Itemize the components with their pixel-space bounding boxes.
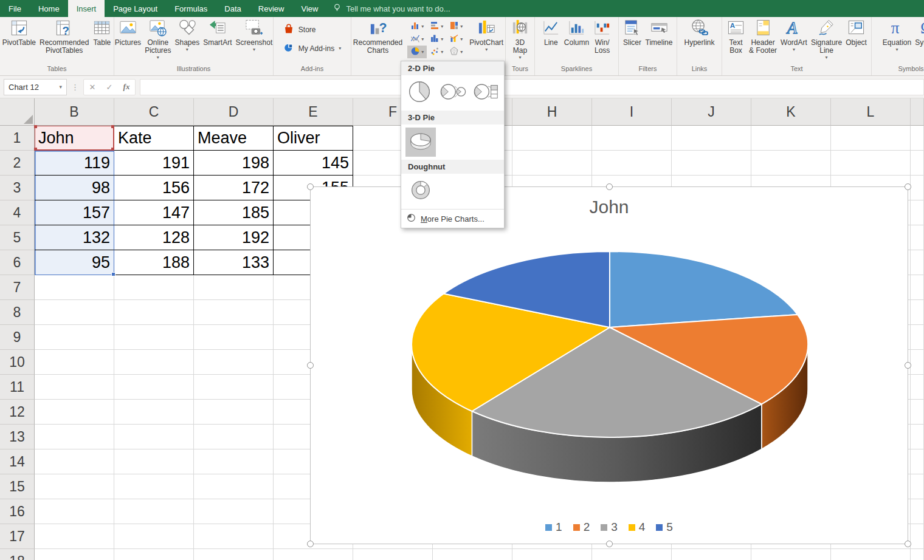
cell-C6[interactable]: 188 — [114, 250, 194, 275]
cell-H1[interactable] — [512, 126, 592, 151]
cell-L1[interactable] — [831, 126, 911, 151]
legend-item-2[interactable]: 2 — [573, 521, 590, 534]
cell-D13[interactable] — [194, 425, 274, 449]
doughnut-option[interactable] — [405, 177, 436, 206]
cell-B2[interactable]: 119 — [35, 151, 114, 176]
bar-chart-button[interactable]: ▾ — [427, 20, 446, 33]
cell-B17[interactable] — [35, 524, 114, 549]
selection-corner-handle[interactable] — [111, 125, 114, 128]
ribbon-button-table[interactable]: Table — [91, 18, 113, 65]
ribbon-button-online-pictures[interactable]: Online Pictures▾ — [143, 18, 173, 65]
ribbon-button-recommended-pivottables[interactable]: ?Recommended PivotTables — [38, 18, 91, 65]
cell-B5[interactable]: 132 — [35, 225, 114, 250]
tab-file[interactable]: File — [0, 0, 30, 17]
row-header-13[interactable]: 13 — [0, 425, 35, 449]
fill-handle[interactable] — [111, 272, 116, 276]
cell-J18[interactable] — [672, 549, 751, 560]
column-header-K[interactable]: K — [751, 98, 831, 126]
pie-chart-button[interactable]: ▾ — [407, 46, 427, 58]
row-header-16[interactable]: 16 — [0, 499, 35, 524]
ribbon-button-text-box[interactable]: AText Box — [725, 18, 747, 65]
chart-handle-e[interactable] — [905, 362, 911, 369]
cell-J2[interactable] — [672, 151, 751, 176]
row-header-3[interactable]: 3 — [0, 176, 35, 200]
row-header-10[interactable]: 10 — [0, 350, 35, 375]
cell-M17[interactable] — [911, 524, 924, 549]
cell-M12[interactable] — [911, 400, 924, 425]
tab-review[interactable]: Review — [250, 0, 293, 17]
bar-of-pie-option[interactable] — [472, 78, 500, 108]
row-header-8[interactable]: 8 — [0, 300, 35, 325]
pie-3d-plot[interactable] — [311, 187, 909, 545]
ribbon-button-object[interactable]: Object — [844, 18, 869, 65]
row-header-7[interactable]: 7 — [0, 275, 35, 300]
cell-D4[interactable]: 185 — [194, 200, 274, 225]
scatter-chart-button[interactable]: ▾ — [427, 46, 446, 58]
ribbon-button-smartart[interactable]: SmartArt — [201, 18, 233, 65]
cell-M15[interactable] — [911, 474, 924, 499]
tab-insert[interactable]: Insert — [68, 0, 105, 17]
chart-handle-ne[interactable] — [905, 183, 911, 190]
cell-B11[interactable] — [35, 375, 114, 400]
cell-C7[interactable] — [114, 275, 194, 300]
row-header-18[interactable]: 18 — [0, 549, 35, 560]
column-header-partial[interactable] — [911, 98, 924, 126]
legend-item-1[interactable]: 1 — [545, 521, 562, 534]
ribbon-button-store[interactable]: Store — [283, 23, 316, 36]
ribbon-button-wordart[interactable]: AWordArt▾ — [779, 18, 809, 65]
pie-2d-option[interactable] — [405, 78, 433, 108]
cell-D16[interactable] — [194, 499, 274, 524]
cell-D12[interactable] — [194, 400, 274, 425]
cell-C10[interactable] — [114, 350, 194, 375]
cell-M14[interactable] — [911, 449, 924, 474]
ribbon-button-symbol[interactable]: ΩSymbol — [913, 18, 924, 65]
cell-K2[interactable] — [751, 151, 831, 176]
name-box[interactable]: Chart 12 ▾ — [4, 79, 67, 95]
cell-G18[interactable] — [433, 549, 512, 560]
cell-M3[interactable] — [911, 176, 924, 200]
cell-B8[interactable] — [35, 300, 114, 325]
cell-D14[interactable] — [194, 449, 274, 474]
tab-view[interactable]: View — [292, 0, 326, 17]
cell-B10[interactable] — [35, 350, 114, 375]
column-header-D[interactable]: D — [194, 98, 274, 126]
ribbon-button-screenshot[interactable]: Screenshot▾ — [234, 18, 274, 65]
ribbon-button-column[interactable]: Column — [562, 18, 591, 65]
column-chart-button[interactable]: ▾ — [407, 20, 427, 33]
row-header-17[interactable]: 17 — [0, 524, 35, 549]
cell-M13[interactable] — [911, 425, 924, 449]
cell-H2[interactable] — [512, 151, 592, 176]
ribbon-button-recommended-charts[interactable]: ?Recommended Charts — [351, 18, 404, 65]
column-header-I[interactable]: I — [592, 98, 672, 126]
pie-3d-option[interactable] — [405, 128, 436, 157]
cell-C12[interactable] — [114, 400, 194, 425]
cell-M7[interactable] — [911, 275, 924, 300]
cell-C11[interactable] — [114, 375, 194, 400]
cell-B1[interactable]: John — [35, 126, 114, 151]
row-header-2[interactable]: 2 — [0, 151, 35, 176]
combo-chart-button[interactable]: ▾ — [446, 33, 466, 46]
cell-L18[interactable] — [831, 549, 911, 560]
ribbon-button-hyperlink[interactable]: Hyperlink — [682, 18, 716, 65]
ribbon-button-shapes[interactable]: Shapes▾ — [173, 18, 201, 65]
cell-E1[interactable]: Oliver — [274, 126, 353, 151]
cell-B4[interactable]: 157 — [35, 200, 114, 225]
chart-object[interactable]: John 12345 — [310, 186, 908, 544]
ribbon-button-win-loss[interactable]: Win/ Loss — [591, 18, 613, 65]
legend-item-4[interactable]: 4 — [629, 521, 646, 534]
chart-handle-nw[interactable] — [307, 183, 314, 190]
chart-handle-sw[interactable] — [307, 541, 314, 547]
tell-me-box[interactable]: Tell me what you want to do... — [333, 0, 450, 17]
more-pie-charts-button[interactable]: More Pie Charts... — [401, 209, 504, 228]
ribbon-button-equation[interactable]: πEquation▾ — [881, 18, 913, 65]
tab-formulas[interactable]: Formulas — [166, 0, 216, 17]
pie-of-pie-option[interactable] — [439, 78, 467, 108]
cell-B7[interactable] — [35, 275, 114, 300]
select-all-button[interactable] — [0, 98, 35, 126]
name-box-dropdown-icon[interactable]: ▾ — [59, 84, 62, 90]
cell-C17[interactable] — [114, 524, 194, 549]
cell-C13[interactable] — [114, 425, 194, 449]
chart-handle-w[interactable] — [307, 362, 314, 369]
cell-C16[interactable] — [114, 499, 194, 524]
cancel-button[interactable]: ✕ — [84, 83, 101, 92]
